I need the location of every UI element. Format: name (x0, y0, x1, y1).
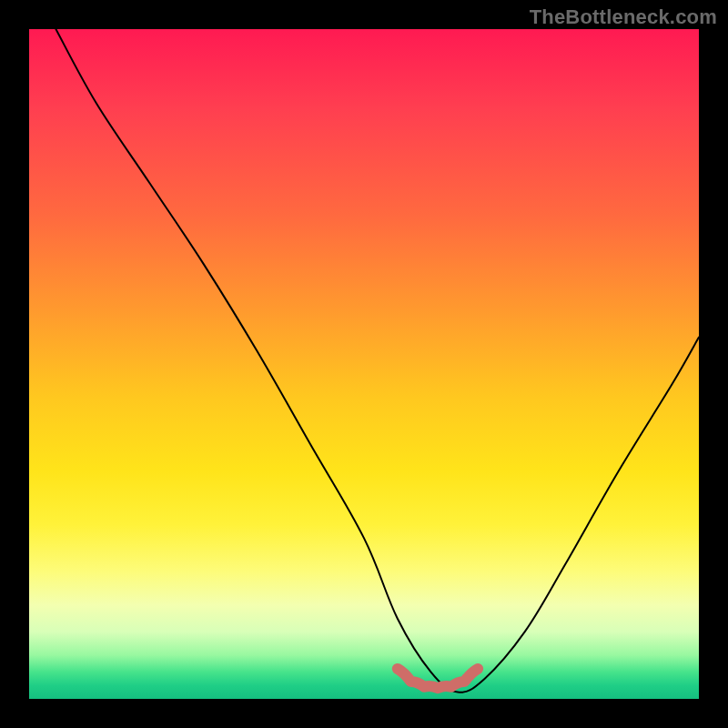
plot-area (29, 29, 699, 699)
chart-svg (29, 29, 699, 699)
optimal-range-marker (398, 669, 478, 688)
bottleneck-curve (56, 29, 699, 693)
chart-stage: TheBottleneck.com (0, 0, 728, 728)
watermark-text: TheBottleneck.com (530, 5, 717, 29)
